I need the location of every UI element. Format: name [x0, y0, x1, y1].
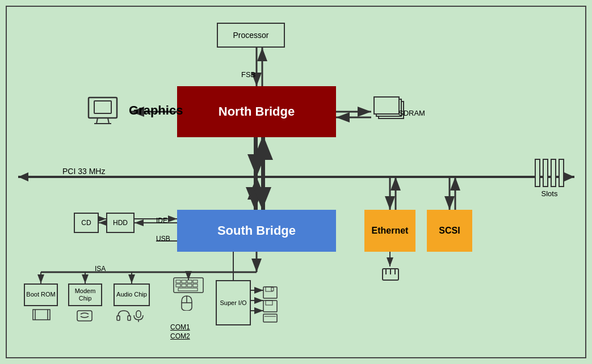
- hdd-label: HDD: [113, 219, 128, 227]
- svg-rect-52: [117, 316, 120, 320]
- modem-chip-label: Modem Chip: [69, 287, 101, 302]
- modem-icon: [76, 310, 93, 324]
- processor-label: Processor: [233, 31, 268, 40]
- audio-icon: [116, 310, 148, 324]
- svg-line-39: [108, 118, 109, 124]
- com1-label: COM1: [170, 323, 190, 331]
- south-bridge-box: South Bridge: [177, 210, 336, 252]
- svg-rect-62: [182, 284, 186, 287]
- audio-chip-box: Audio Chip: [114, 283, 150, 306]
- north-bridge-label: North Bridge: [219, 104, 295, 119]
- slots-area: Slots: [535, 159, 564, 198]
- floppy-icon-3: [262, 313, 278, 325]
- com2-label: COM2: [170, 332, 190, 340]
- ethernet-port-icon: [380, 266, 401, 285]
- ide-label: IDE: [156, 217, 167, 225]
- super-io-box: Super I/O: [216, 280, 251, 325]
- sdram-label: SDRAM: [398, 109, 425, 117]
- svg-line-38: [96, 118, 98, 124]
- scsi-label: SCSI: [439, 226, 460, 236]
- cd-box: CD: [74, 213, 99, 233]
- boot-rom-box: Boot ROM: [24, 283, 58, 306]
- svg-marker-5: [18, 172, 28, 181]
- isa-label: ISA: [95, 265, 106, 273]
- svg-rect-53: [128, 316, 131, 320]
- svg-rect-73: [263, 314, 277, 322]
- south-bridge-label: South Bridge: [217, 223, 296, 238]
- processor-box: Processor: [217, 23, 285, 48]
- svg-rect-43: [374, 97, 399, 114]
- svg-rect-64: [193, 284, 198, 287]
- north-bridge-box: North Bridge: [177, 86, 336, 137]
- keyboard-icon: [173, 277, 204, 296]
- svg-marker-6: [564, 172, 574, 181]
- svg-rect-37: [94, 101, 111, 113]
- fsb-label: FSB: [241, 70, 255, 79]
- super-io-label: Super I/O: [220, 299, 246, 307]
- svg-rect-70: [271, 287, 274, 291]
- pci-label: PCI 33 MHz: [62, 167, 105, 176]
- svg-rect-63: [187, 284, 192, 287]
- svg-rect-57: [176, 280, 180, 283]
- graphics-label: Graphics: [129, 103, 183, 118]
- cd-label: CD: [81, 219, 91, 227]
- svg-rect-54: [136, 311, 141, 318]
- hdd-box: HDD: [106, 213, 135, 233]
- svg-rect-65: [178, 288, 198, 291]
- scsi-box: SCSI: [427, 210, 472, 252]
- boot-rom-label: Boot ROM: [26, 291, 55, 298]
- monitor-icon: [86, 96, 120, 125]
- svg-rect-72: [266, 300, 272, 305]
- diagram-container: Processor FSB North Bridge Graphics SDRA…: [6, 6, 586, 358]
- svg-rect-59: [187, 280, 192, 283]
- svg-rect-58: [182, 280, 186, 283]
- svg-rect-51: [77, 311, 92, 321]
- ethernet-label: Ethernet: [372, 226, 409, 236]
- boot-rom-icon: [32, 308, 51, 323]
- ethernet-box: Ethernet: [364, 210, 415, 252]
- audio-chip-label: Audio Chip: [116, 291, 147, 298]
- svg-rect-60: [193, 280, 198, 283]
- slots-label: Slots: [541, 189, 558, 198]
- svg-rect-61: [176, 284, 180, 287]
- modem-chip-box: Modem Chip: [68, 283, 102, 306]
- mouse-icon: [180, 295, 193, 313]
- slots-icon: [535, 159, 564, 187]
- usb-label: USB: [156, 235, 170, 243]
